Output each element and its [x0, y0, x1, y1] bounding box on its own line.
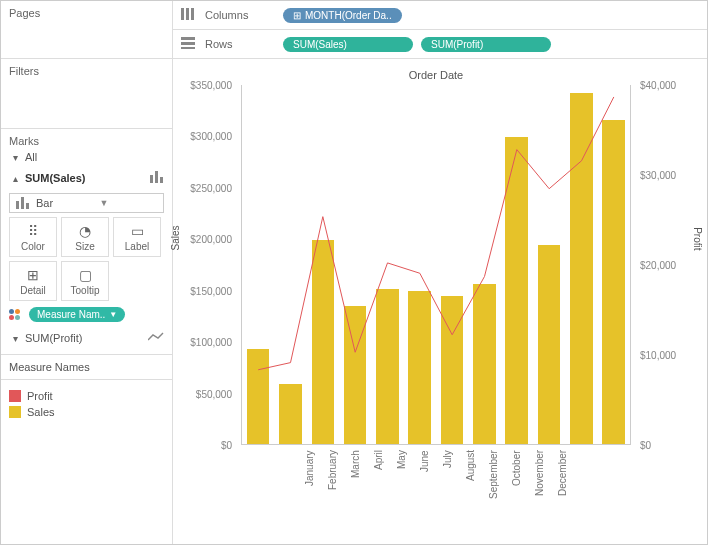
- y-left-tick: $200,000: [185, 234, 235, 245]
- svg-rect-4: [21, 197, 24, 209]
- x-tick-label: October: [505, 450, 528, 522]
- svg-rect-11: [181, 47, 195, 49]
- y-left-tick: $250,000: [185, 182, 235, 193]
- tooltip-icon: ▢: [79, 267, 92, 283]
- x-tick-label: June: [413, 450, 436, 522]
- y-left-axis: $0$50,000$100,000$150,000$200,000$250,00…: [185, 85, 235, 445]
- marks-profit-label: SUM(Profit): [25, 332, 144, 344]
- x-tick-label: April: [367, 450, 390, 522]
- profit-line[interactable]: [258, 97, 614, 370]
- svg-rect-1: [155, 171, 158, 183]
- y-left-axis-label: Sales: [170, 225, 181, 250]
- svg-rect-3: [16, 201, 19, 209]
- color-dots-icon: [9, 309, 23, 320]
- marks-profit-row[interactable]: ▾ SUM(Profit): [9, 328, 164, 348]
- y-left-tick: $150,000: [185, 285, 235, 296]
- chevron-down-icon: ▾: [9, 152, 21, 163]
- y-left-tick: $100,000: [185, 337, 235, 348]
- filters-panel: Filters: [1, 59, 173, 129]
- marks-cards: ⠿Color ◔Size ▭Label ⊞Detail ▢Tooltip: [9, 217, 164, 301]
- marks-title: Marks: [9, 135, 164, 147]
- mark-type-select[interactable]: Bar ▼: [9, 193, 164, 213]
- chevron-down-icon: ▾: [9, 333, 21, 344]
- marks-sales-label: SUM(Sales): [25, 172, 144, 184]
- y-right-axis-label: Profit: [692, 227, 703, 250]
- legend-header: Measure Names: [1, 355, 173, 380]
- x-tick-label: March: [344, 450, 367, 522]
- legend-item-profit[interactable]: Profit: [9, 390, 164, 402]
- rows-pill-sales[interactable]: SUM(Sales): [283, 37, 413, 52]
- x-tick-label: September: [482, 450, 505, 522]
- detail-card[interactable]: ⊞Detail: [9, 261, 57, 301]
- svg-rect-6: [181, 8, 184, 20]
- svg-rect-7: [186, 8, 189, 20]
- columns-label: Columns: [205, 9, 275, 21]
- y-left-tick: $50,000: [185, 388, 235, 399]
- line-icon: [144, 332, 164, 344]
- detail-icon: ⊞: [27, 267, 39, 283]
- line-layer: [242, 85, 630, 444]
- legend-item-sales[interactable]: Sales: [9, 406, 164, 418]
- dropdown-arrow-icon: ▼: [100, 198, 158, 208]
- pages-title: Pages: [9, 7, 164, 19]
- pages-panel: Pages: [1, 1, 173, 59]
- y-left-tick: $350,000: [185, 80, 235, 91]
- dropdown-arrow-icon: ▼: [109, 310, 117, 319]
- columns-icon: [181, 8, 197, 22]
- rows-label: Rows: [205, 38, 275, 50]
- y-right-tick: $40,000: [637, 80, 687, 91]
- y-left-tick: $300,000: [185, 131, 235, 142]
- marks-sales-row[interactable]: ▴ SUM(Sales): [9, 167, 164, 189]
- x-tick-label: February: [321, 450, 344, 522]
- bars-icon: [16, 197, 30, 209]
- measure-names-row[interactable]: Measure Nam.. ▼: [9, 307, 164, 322]
- rows-shelf[interactable]: Rows SUM(Sales) SUM(Profit): [173, 30, 707, 59]
- y-right-tick: $20,000: [637, 260, 687, 271]
- chevron-up-icon: ▴: [9, 173, 21, 184]
- columns-pill[interactable]: ⊞ MONTH(Order Da..: [283, 8, 402, 23]
- worksheet: Columns ⊞ MONTH(Order Da.. Rows SUM(Sale…: [173, 1, 707, 544]
- side-panels: Pages Filters Marks ▾ All ▴ SUM(Sales) B…: [1, 1, 173, 544]
- x-tick-label: January: [298, 450, 321, 522]
- rows-icon: [181, 37, 197, 51]
- chart-title: Order Date: [185, 69, 687, 81]
- size-card[interactable]: ◔Size: [61, 217, 109, 257]
- bars-icon: [144, 171, 164, 185]
- y-left-tick: $0: [185, 440, 235, 451]
- plot-area[interactable]: JanuaryFebruaryMarchAprilMayJuneJulyAugu…: [241, 85, 631, 445]
- plot: Sales Profit $0$50,000$100,000$150,000$2…: [185, 85, 687, 445]
- x-tick-label: August: [459, 450, 482, 522]
- rows-pill-profit[interactable]: SUM(Profit): [421, 37, 551, 52]
- color-card[interactable]: ⠿Color: [9, 217, 57, 257]
- x-tick-label: May: [390, 450, 413, 522]
- svg-rect-2: [160, 177, 163, 183]
- y-right-tick: $10,000: [637, 350, 687, 361]
- svg-rect-8: [191, 8, 194, 20]
- measure-names-pill[interactable]: Measure Nam.. ▼: [29, 307, 125, 322]
- label-icon: ▭: [131, 223, 144, 239]
- tooltip-card[interactable]: ▢Tooltip: [61, 261, 109, 301]
- legend-title: Measure Names: [9, 361, 90, 373]
- label-card[interactable]: ▭Label: [113, 217, 161, 257]
- marks-panel: Marks ▾ All ▴ SUM(Sales) Bar ▼ ⠿Color ◔S…: [1, 129, 173, 355]
- y-right-tick: $0: [637, 440, 687, 451]
- marks-all-label: All: [25, 151, 164, 163]
- filters-title: Filters: [9, 65, 164, 77]
- columns-shelf[interactable]: Columns ⊞ MONTH(Order Da..: [173, 1, 707, 30]
- legend-swatch: [9, 406, 21, 418]
- svg-rect-10: [181, 42, 195, 45]
- plus-icon: ⊞: [293, 10, 301, 21]
- marks-all-row[interactable]: ▾ All: [9, 147, 164, 167]
- y-right-axis: $0$10,000$20,000$30,000$40,000: [637, 85, 687, 445]
- viz-canvas: Order Date Sales Profit $0$50,000$100,00…: [173, 59, 707, 544]
- x-tick-label: December: [551, 450, 574, 522]
- legend-swatch: [9, 390, 21, 402]
- x-axis-labels: JanuaryFebruaryMarchAprilMayJuneJulyAugu…: [298, 450, 574, 522]
- x-tick-label: November: [528, 450, 551, 522]
- mark-type-label: Bar: [36, 197, 94, 209]
- size-icon: ◔: [79, 223, 91, 239]
- svg-rect-0: [150, 175, 153, 183]
- legend-panel: Profit Sales: [1, 380, 173, 544]
- svg-rect-9: [181, 37, 195, 40]
- color-icon: ⠿: [28, 223, 38, 239]
